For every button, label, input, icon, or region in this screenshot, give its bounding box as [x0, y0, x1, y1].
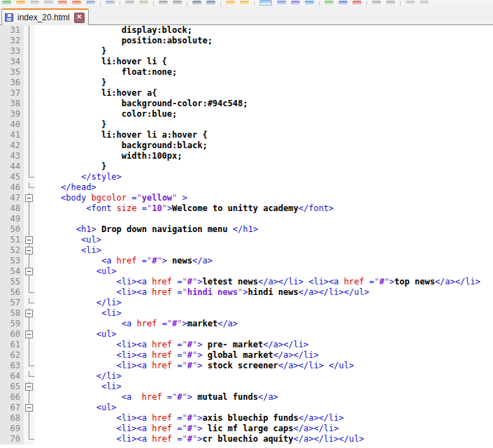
fold-collapse-box[interactable]	[25, 383, 33, 391]
code-text: <h1> Drop down navigation menu </h1>	[35, 224, 493, 235]
code-line: 70 <li><a href ="#">cr bluechio aquity</…	[0, 434, 493, 445]
code-text: <ul>	[35, 266, 493, 277]
line-number: 56	[0, 287, 24, 298]
token-attr: href	[152, 287, 177, 297]
token-txt: mutual funds	[192, 392, 258, 402]
find-icon[interactable]	[192, 1, 201, 6]
line-number: 55	[0, 277, 24, 287]
code-line: 50 <h1> Drop down navigation menu </h1>	[0, 224, 493, 235]
code-text: background:black;	[35, 140, 493, 151]
token-txt: pre- market	[202, 340, 263, 349]
replace-icon[interactable]	[206, 1, 215, 6]
token-val: #	[187, 434, 192, 444]
code-text: <li><a href ="#">axis bluechip funds</a>…	[35, 413, 493, 424]
token-tag: </a></li></ul>	[294, 434, 364, 444]
token-tag: </a></li>	[299, 413, 344, 423]
save-icon[interactable]	[30, 1, 39, 6]
run-macro-icon[interactable]	[386, 1, 395, 6]
editor[interactable]: 31 display:block;32 position:absolute;33…	[0, 25, 493, 448]
fold-collapse-box[interactable]	[25, 331, 33, 338]
token-attr: href	[142, 392, 167, 402]
line-number: 61	[0, 340, 24, 350]
print-icon[interactable]	[86, 1, 95, 6]
token-val: #	[187, 350, 192, 360]
code-line: 32 position:absolute;	[0, 36, 493, 46]
code-text: position:absolute;	[35, 36, 493, 46]
zoom-in-icon[interactable]	[226, 1, 235, 6]
token-tag: >	[187, 392, 192, 402]
fold-collapse-box[interactable]	[25, 194, 33, 202]
token-tag: <li><a	[36, 413, 152, 423]
redo-icon[interactable]	[173, 1, 182, 6]
monitoring-icon[interactable]	[406, 1, 415, 6]
zoom-out-icon[interactable]	[240, 1, 249, 6]
tab-close-button[interactable]: ✕	[74, 13, 85, 23]
paste-icon[interactable]	[139, 1, 148, 6]
play-macro-icon[interactable]	[352, 1, 362, 6]
code-line: 35 float:none;	[0, 67, 493, 78]
fold-collapse-box[interactable]	[25, 268, 33, 275]
undo-icon[interactable]	[159, 1, 168, 6]
fold-margin	[24, 403, 35, 413]
indent-guide-icon[interactable]	[291, 1, 300, 6]
record-macro-icon[interactable]	[324, 1, 334, 6]
token-txt: Drop down navigation menu	[97, 224, 233, 234]
open-file-icon[interactable]	[16, 1, 25, 6]
token-val: #	[187, 424, 192, 433]
fold-margin	[24, 130, 35, 140]
line-number: 38	[0, 99, 24, 109]
token-eq: =	[177, 361, 182, 370]
fold-margin	[24, 109, 35, 120]
fold-margin	[24, 256, 35, 266]
fold-margin	[24, 308, 35, 319]
word-wrap-icon[interactable]	[259, 0, 272, 6]
token-txt: li:hover a{	[36, 88, 157, 98]
fold-collapse-box[interactable]	[25, 404, 33, 412]
tab-bar: index_20.html ✕	[0, 6, 493, 25]
close-all-icon[interactable]	[72, 1, 81, 6]
token-attr: href	[152, 361, 177, 370]
fold-margin	[24, 235, 35, 245]
token-attr: href	[152, 434, 177, 444]
saved-file-icon	[5, 13, 13, 22]
token-attr: href	[137, 319, 162, 328]
fold-margin	[24, 277, 35, 287]
code-text: }	[35, 120, 493, 130]
token-txt: float:none;	[36, 67, 177, 77]
token-tag: <ul>	[36, 266, 117, 276]
copy-icon[interactable]	[125, 1, 134, 6]
cut-icon[interactable]	[106, 1, 115, 6]
show-all-chars-icon[interactable]	[277, 1, 286, 6]
token-attr: size	[117, 203, 142, 213]
token-tag: </a>	[217, 319, 238, 328]
code-text: color:blue;	[35, 109, 493, 120]
doc-switcher-icon[interactable]	[420, 1, 429, 6]
stop-macro-icon[interactable]	[338, 1, 348, 6]
token-tag: <ul>	[36, 235, 101, 245]
line-number: 42	[0, 140, 24, 151]
code-text: </style>	[35, 172, 493, 182]
code-line: 52 <li>	[0, 245, 493, 256]
fold-collapse-box[interactable]	[25, 247, 33, 254]
fold-margin	[24, 350, 35, 361]
code-line: 60 <ul>	[0, 329, 493, 340]
token-tag: </a>	[258, 392, 278, 402]
token-tag: </a></li>	[263, 340, 308, 349]
fold-collapse-box[interactable]	[25, 236, 33, 244]
save-all-icon[interactable]	[44, 1, 53, 6]
fold-collapse-box[interactable]	[25, 310, 33, 317]
new-file-icon[interactable]	[2, 1, 11, 6]
save-macro-icon[interactable]	[372, 1, 381, 6]
token-txt: }	[36, 78, 106, 87]
line-number: 45	[0, 172, 24, 182]
token-attr: href	[344, 277, 369, 287]
fold-margin	[24, 392, 35, 403]
code-text: <li><a href ="#"> stock screener</a></li…	[35, 361, 493, 371]
token-tag: </li>	[36, 371, 122, 381]
function-list-icon[interactable]	[305, 1, 314, 6]
close-icon[interactable]	[58, 1, 67, 6]
line-number: 60	[0, 329, 24, 340]
line-number: 67	[0, 403, 24, 413]
token-q: "	[183, 287, 187, 297]
tab-index-20[interactable]: index_20.html ✕	[1, 8, 89, 25]
